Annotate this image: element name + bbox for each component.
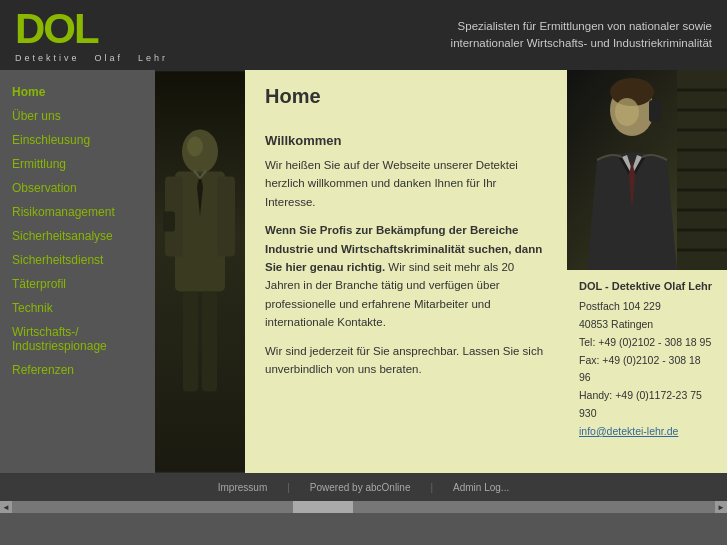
- person-left-image: [155, 70, 245, 473]
- footer-impressum[interactable]: Impressum: [218, 482, 267, 493]
- footer-powered-by[interactable]: Powered by abcOnline: [310, 482, 411, 493]
- nav-item-einschleusung[interactable]: Einschleusung: [0, 128, 155, 152]
- nav-item-technik[interactable]: Technik: [0, 296, 155, 320]
- nav-item-sicherheitsdienst[interactable]: Sicherheitsdienst: [0, 248, 155, 272]
- bottom-scrollbar: ◄ ►: [0, 501, 727, 513]
- page-title: Home: [265, 85, 547, 113]
- contact-tel: Tel: +49 (0)2102 - 308 18 95: [579, 334, 715, 352]
- contact-address-2: 40853 Ratingen: [579, 316, 715, 334]
- scroll-thumb[interactable]: [293, 501, 353, 513]
- header-tagline: Spezialisten für Ermittlungen von nation…: [451, 18, 712, 53]
- content-inner: Home Willkommen Wir heißen Sie auf der W…: [155, 70, 727, 473]
- nav-item-home[interactable]: Home: [0, 80, 155, 104]
- paragraph-2: Wenn Sie Profis zur Bekämpfung der Berei…: [265, 221, 547, 331]
- nav-item-uber-uns[interactable]: Über uns: [0, 104, 155, 128]
- contact-info: Postfach 104 229 40853 Ratingen Tel: +49…: [579, 298, 715, 441]
- nav-item-risikomanagement[interactable]: Risikomanagement: [0, 200, 155, 224]
- scroll-track[interactable]: [12, 501, 715, 513]
- content-area: Home Willkommen Wir heißen Sie auf der W…: [155, 70, 727, 473]
- svg-rect-8: [163, 212, 175, 232]
- contact-fax: Fax: +49 (0)2102 - 308 18 96: [579, 352, 715, 388]
- nav-item-sicherheitsanalyse[interactable]: Sicherheitsanalyse: [0, 224, 155, 248]
- contact-name: DOL - Detektive Olaf Lehr: [579, 280, 715, 292]
- content-main: Home Willkommen Wir heißen Sie auf der W…: [245, 70, 567, 473]
- nav-item-observation[interactable]: Observation: [0, 176, 155, 200]
- nav-item-referenzen[interactable]: Referenzen: [0, 358, 155, 382]
- sidebar: Home Über uns Einschleusung Ermittlung O…: [0, 70, 155, 473]
- svg-rect-27: [649, 100, 661, 122]
- header: DOL Detektive Olaf Lehr Spezialisten für…: [0, 0, 727, 70]
- nav-item-ermittlung[interactable]: Ermittlung: [0, 152, 155, 176]
- main-wrapper: Home Über uns Einschleusung Ermittlung O…: [0, 70, 727, 473]
- contact-box: DOL - Detektive Olaf Lehr Postfach 104 2…: [567, 270, 727, 451]
- logo-area: DOL Detektive Olaf Lehr: [15, 8, 168, 63]
- paragraph-3: Wir sind jederzeit für Sie ansprechbar. …: [265, 342, 547, 379]
- svg-rect-7: [202, 292, 217, 392]
- nav-item-wirtschafts[interactable]: Wirtschafts-/ Industriespionage: [0, 320, 155, 358]
- footer-admin[interactable]: Admin Log...: [453, 482, 509, 493]
- nav-item-taterprofil[interactable]: Täterprofil: [0, 272, 155, 296]
- scroll-left-arrow[interactable]: ◄: [0, 501, 12, 513]
- person-right-image: [567, 70, 727, 270]
- svg-rect-5: [217, 177, 235, 257]
- svg-rect-6: [183, 292, 198, 392]
- contact-handy: Handy: +49 (0)1172-23 75 930: [579, 387, 715, 423]
- contact-email[interactable]: info@detektei-lehr.de: [579, 425, 678, 437]
- svg-point-11: [187, 137, 203, 157]
- footer: Impressum | Powered by abcOnline | Admin…: [0, 473, 727, 501]
- contact-address-1: Postfach 104 229: [579, 298, 715, 316]
- paragraph-1: Wir heißen Sie auf der Webseite unserer …: [265, 156, 547, 211]
- svg-point-25: [615, 98, 639, 126]
- content-right: DOL - Detektive Olaf Lehr Postfach 104 2…: [567, 70, 727, 473]
- logo: DOL: [15, 8, 168, 50]
- welcome-title: Willkommen: [265, 133, 547, 148]
- logo-subtitle: Detektive Olaf Lehr: [15, 53, 168, 63]
- scroll-right-arrow[interactable]: ►: [715, 501, 727, 513]
